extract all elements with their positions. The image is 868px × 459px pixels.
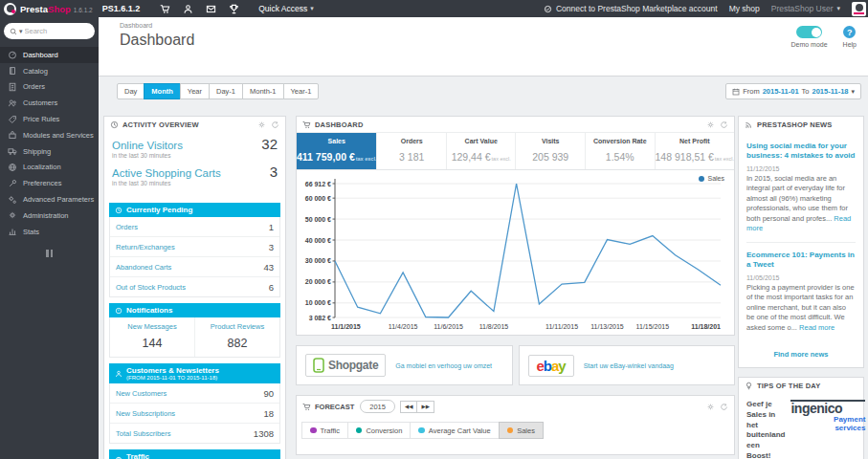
refresh-icon[interactable] (720, 120, 728, 129)
row-link[interactable]: Return/Exchanges (116, 243, 175, 251)
forecast-legend-traffic[interactable]: Traffic (301, 422, 348, 439)
kpi-sales[interactable]: Sales 411 759,00 €tax excl. (297, 133, 376, 169)
forecast-year-pill[interactable]: 2015 (360, 400, 395, 413)
previous-year-button[interactable]: ◀◀ (400, 401, 417, 413)
kpi-label: Orders (401, 138, 423, 144)
row-link[interactable]: Orders (116, 223, 138, 231)
range-day-button[interactable]: Day (117, 83, 145, 99)
kpi-note: tax excl. (715, 156, 734, 162)
sidebar-item-label: Stats (23, 228, 39, 236)
user-menu[interactable]: PrestaShop User ▾ (771, 4, 840, 13)
sidebar-item-label: Advanced Parameters (23, 195, 94, 204)
chart-legend[interactable]: Sales (699, 175, 724, 182)
settings-gear-icon[interactable] (257, 120, 266, 129)
badges-icon[interactable] (222, 0, 245, 17)
traffic-section: Traffic (FROM 2015-11-01 TO 2015-11-18) … (109, 449, 280, 459)
settings-gear-icon[interactable] (706, 403, 715, 411)
employees-icon[interactable] (176, 0, 199, 17)
row-link[interactable]: New Subscriptions (116, 409, 175, 418)
ebay-logo: ebay (528, 355, 574, 377)
ebay-link[interactable]: Start uw eBay-winkel vandaag (584, 362, 674, 369)
marketplace-link[interactable]: Connect to PrestaShop Marketplace accoun… (544, 4, 718, 13)
next-year-button[interactable]: ▶▶ (416, 401, 434, 413)
help-icon[interactable]: ? (843, 26, 856, 38)
section-title: Customers & Newsletters (126, 366, 219, 375)
kpi-label: Net Profit (679, 138, 710, 144)
cart-icon[interactable] (153, 0, 176, 17)
sidebar-item-localization[interactable]: Localization (0, 160, 99, 176)
shopgate-wordmark: Shopgate (328, 359, 378, 372)
forecast-legend-average-cart-value[interactable]: Average Cart Value (410, 422, 499, 439)
section-title: Notifications (126, 306, 172, 315)
user-name-label: PrestaShop User (771, 4, 834, 13)
sidebar-item-label: Catalog (23, 67, 48, 76)
range-day-1-button[interactable]: Day-1 (209, 83, 243, 99)
svg-text:10 000 €: 10 000 € (305, 299, 331, 306)
read-more-link[interactable]: Read more (799, 323, 835, 332)
range-year-1-button[interactable]: Year-1 (283, 83, 320, 99)
ebay-banner[interactable]: ebay Start uw eBay-winkel vandaag (519, 345, 736, 385)
sidebar-item-label: Customers (23, 98, 57, 107)
sidebar-item-dashboard[interactable]: Dashboard (0, 47, 99, 63)
online-visitors-link[interactable]: Online Visitors (112, 140, 183, 151)
article-title-link[interactable]: Using social media for your business: 4 … (746, 142, 856, 162)
row-link[interactable]: New Customers (116, 389, 167, 398)
sidebar-item-advanced-parameters[interactable]: Advanced Parameters (0, 191, 99, 208)
active-carts-link[interactable]: Active Shopping Carts (112, 167, 221, 179)
banner-row: Shopgate Ga mobiel en verhoog uw omzet e… (296, 345, 735, 385)
sidebar-item-preferences[interactable]: Preferences (0, 175, 99, 191)
sidebar-item-customers[interactable]: Customers (0, 95, 99, 111)
pause-icon (46, 250, 49, 257)
messages-icon[interactable] (199, 0, 222, 17)
range-month-1-button[interactable]: Month-1 (242, 83, 284, 99)
sidebar-item-orders[interactable]: Orders (0, 79, 99, 96)
kpi-conversion-rate[interactable]: Conversion Rate 1.54% (585, 133, 655, 169)
row-link[interactable]: Out of Stock Products (116, 283, 186, 292)
refresh-icon[interactable] (271, 120, 279, 129)
find-more-news-link[interactable]: Find more news (739, 344, 863, 367)
clock-icon (115, 207, 122, 214)
article-excerpt: In 2015, social media are an integral pa… (746, 174, 856, 234)
notifications-section: Notifications New Messages 144 Product R… (109, 303, 280, 358)
search-input[interactable] (25, 27, 75, 35)
section-subtitle: (FROM 2015-11-01 TO 2015-11-18) (126, 375, 219, 381)
article-title-link[interactable]: Ecommerce 101: Payments in a Tweet (746, 251, 856, 271)
sidebar-item-price-rules[interactable]: Price Rules (0, 111, 99, 127)
tips-body: Geef je Sales in het buitenland een Boos… (739, 393, 863, 459)
demo-mode-toggle[interactable] (796, 26, 822, 38)
quick-access-menu[interactable]: Quick Access ▾ (258, 4, 314, 13)
kpi-cart-value[interactable]: Cart Value 129,44 €tax excl. (446, 133, 516, 169)
kpi-visits[interactable]: Visits 205 939 (515, 133, 585, 169)
date-range-picker[interactable]: From 2015-11-01 To 2015-11-18 ▾ (725, 83, 861, 99)
forecast-legend-conversion[interactable]: Conversion (347, 422, 411, 439)
sidebar-item-label: Price Rules (23, 115, 59, 123)
range-button-group: Day Month Year Day-1 Month-1 Year-1 (117, 83, 319, 99)
kpi-orders[interactable]: Orders 3 181 (376, 133, 446, 169)
sidebar-search[interactable]: ▾ (4, 23, 95, 39)
shopgate-link[interactable]: Ga mobiel en verhoog uw omzet (395, 362, 492, 369)
forecast-legend-sales[interactable]: Sales (499, 422, 544, 439)
range-year-button[interactable]: Year (180, 83, 210, 99)
user-avatar[interactable] (852, 2, 866, 16)
settings-gear-icon[interactable] (706, 120, 715, 129)
refresh-icon[interactable] (720, 403, 728, 411)
sidebar-item-catalog[interactable]: Catalog (0, 63, 99, 79)
range-month-button[interactable]: Month (144, 83, 181, 99)
row-link[interactable]: Total Subscribers (116, 429, 171, 438)
sidebar-item-administration[interactable]: Administration (0, 208, 99, 224)
cell-link[interactable]: New Messages (112, 322, 192, 331)
kpi-note: tax excl. (356, 156, 377, 162)
customers-newsletters-section: Customers & Newsletters (FROM 2015-11-01… (109, 363, 280, 444)
section-title: Traffic (126, 452, 217, 459)
sidebar-collapse-button[interactable] (0, 250, 99, 257)
sidebar-item-stats[interactable]: Stats (0, 224, 99, 240)
my-shop-link[interactable]: My shop (729, 4, 760, 13)
news-article: Ecommerce 101: Payments in a Tweet 11/05… (746, 242, 856, 340)
cell-link[interactable]: Product Reviews (197, 322, 278, 331)
shopgate-banner[interactable]: Shopgate Ga mobiel en verhoog uw omzet (296, 345, 513, 385)
prestashop-logo-icon[interactable] (4, 3, 16, 15)
sidebar-item-modules-and-services[interactable]: Modules and Services (0, 127, 99, 143)
sidebar-item-shipping[interactable]: Shipping (0, 143, 99, 160)
row-link[interactable]: Abandoned Carts (116, 263, 171, 272)
kpi-net-profit[interactable]: Net Profit 148 918,51 €tax excl. (655, 133, 735, 169)
